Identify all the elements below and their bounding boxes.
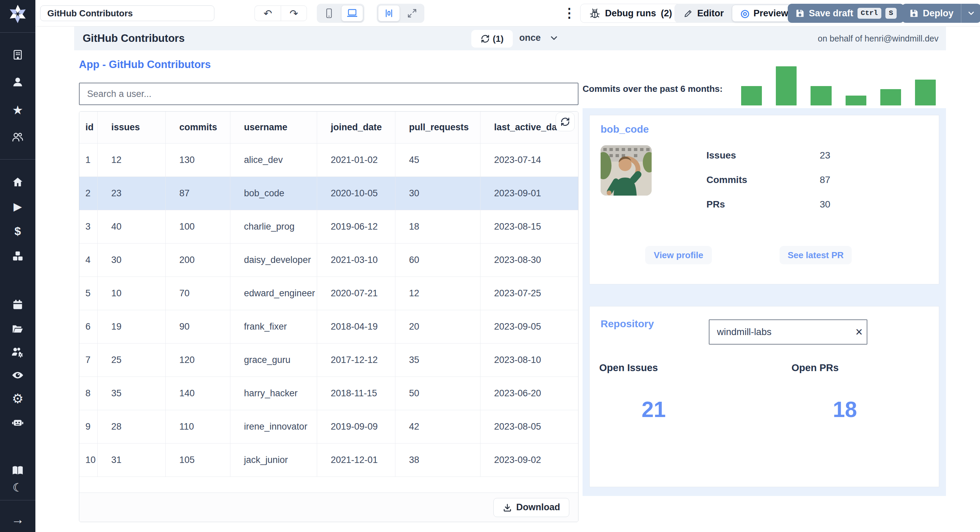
save-draft-button[interactable]: Save draft Ctrl S xyxy=(788,4,904,23)
mobile-icon xyxy=(324,8,334,19)
sidebar-item-variables[interactable]: $ xyxy=(14,225,21,237)
download-button[interactable]: Download xyxy=(493,498,569,517)
moon-icon: ☾ xyxy=(13,482,23,493)
debug-runs-count: (2) xyxy=(661,8,672,19)
table-row[interactable]: 112130alice_dev2021-01-02452023-07-14 xyxy=(79,143,578,176)
table-row[interactable]: 340100charlie_prog2019-06-12182023-08-15 xyxy=(79,210,578,243)
table-cell: jack_junior xyxy=(230,443,317,476)
see-latest-pr-button[interactable]: See latest PR xyxy=(780,246,852,264)
sidebar-item-audit[interactable] xyxy=(11,370,24,381)
sidebar-item-ai[interactable] xyxy=(11,417,24,428)
app-refresh-button[interactable]: (1) xyxy=(471,30,513,48)
avatar xyxy=(601,145,652,195)
sidebar-item-user[interactable] xyxy=(12,76,24,88)
table-cell: 25 xyxy=(97,343,165,376)
table-cell: 2018-04-19 xyxy=(317,310,395,343)
table-cell: 130 xyxy=(165,143,230,176)
sidebar-item-groups[interactable] xyxy=(11,131,24,143)
commits-bar-chart xyxy=(741,66,936,105)
device-toggle xyxy=(317,4,364,23)
open-issues-value: 21 xyxy=(634,397,673,422)
table-row[interactable]: 22387bob_code2020-10-05302023-09-01 xyxy=(79,176,578,210)
redo-button[interactable]: ↷ xyxy=(281,5,307,21)
column-header: username xyxy=(230,111,317,143)
mobile-view-button[interactable] xyxy=(318,5,340,21)
editor-mode-button[interactable]: Editor xyxy=(675,5,732,22)
desktop-view-button[interactable] xyxy=(341,5,363,21)
table-row[interactable]: 61990frank_fixer2018-04-19202023-09-05 xyxy=(79,310,578,343)
table-cell: 18 xyxy=(395,210,480,243)
dollar-icon: $ xyxy=(14,225,21,237)
table-cell: 42 xyxy=(395,410,480,443)
search-input[interactable] xyxy=(79,83,579,105)
undo-button[interactable]: ↶ xyxy=(255,5,281,21)
deploy-button[interactable]: Deploy xyxy=(902,8,961,19)
user-card-title: bob_code xyxy=(601,124,649,135)
table-cell: 2023-07-25 xyxy=(480,277,578,310)
home-icon xyxy=(12,176,24,188)
sidebar-item-workers[interactable] xyxy=(11,346,24,358)
table-row[interactable]: 430200daisy_developer2021-03-10602023-08… xyxy=(79,243,578,276)
play-icon: ▶ xyxy=(14,201,22,212)
table-cell: 87 xyxy=(165,177,230,210)
deploy-dropdown-button[interactable] xyxy=(961,4,980,23)
table-cell: 2019-09-09 xyxy=(317,410,395,443)
table-row[interactable]: 725120grace_guru2017-12-12352023-08-10 xyxy=(79,343,578,376)
sidebar-item-docs[interactable] xyxy=(11,465,24,476)
column-header: id xyxy=(79,111,97,143)
stat-value: 87 xyxy=(820,175,830,186)
sidebar-item-favorites[interactable]: ★ xyxy=(12,104,23,116)
table-refresh-button[interactable] xyxy=(556,112,575,131)
sidebar-item-home[interactable] xyxy=(12,176,24,188)
layout-toggle xyxy=(377,4,424,23)
app-title-input[interactable] xyxy=(40,5,215,21)
preview-eye-icon: ◎ xyxy=(740,8,749,18)
stat-value: 23 xyxy=(820,150,830,161)
debug-runs-button[interactable]: Debug runs (2) xyxy=(580,4,681,23)
table-row[interactable]: 51070edward_engineer2020-07-21122023-07-… xyxy=(79,276,578,310)
table-cell: 2023-09-02 xyxy=(480,443,578,476)
sidebar-collapse-toggle[interactable]: → xyxy=(11,513,24,526)
table-row[interactable]: 1031105jack_junior2021-12-01382023-09-02 xyxy=(79,443,578,476)
stat-label: PRs xyxy=(706,199,725,210)
clear-input-icon[interactable]: × xyxy=(856,326,862,338)
app-header-title: GitHub Contributors xyxy=(83,32,185,44)
table-cell: 2021-12-01 xyxy=(317,443,395,476)
center-panels-button[interactable] xyxy=(378,5,400,21)
stat-label: Issues xyxy=(706,150,736,161)
table-cell: 4 xyxy=(79,243,97,276)
sidebar-item-schedules[interactable] xyxy=(12,299,24,311)
view-profile-button[interactable]: View profile xyxy=(645,246,712,264)
table-row[interactable]: 835140harry_hacker2018-11-15502023-06-20 xyxy=(79,376,578,410)
sidebar-item-workspace[interactable] xyxy=(12,49,24,60)
table-cell: 2 xyxy=(79,177,97,210)
contributors-table: idissuescommitsusernamejoined_datepull_r… xyxy=(79,111,579,522)
more-menu-button[interactable]: ⋮ xyxy=(559,6,579,20)
sidebar-item-folders[interactable] xyxy=(11,323,24,334)
table-cell: 31 xyxy=(97,443,165,476)
schedule-dropdown[interactable]: once xyxy=(519,33,559,43)
fullscreen-button[interactable] xyxy=(401,5,423,21)
table-cell: 2019-06-12 xyxy=(317,210,395,243)
table-cell: 2021-03-10 xyxy=(317,243,395,276)
eye-icon xyxy=(11,370,24,381)
table-cell: 2017-12-12 xyxy=(317,343,395,376)
download-label: Download xyxy=(516,502,560,513)
sidebar-item-runs[interactable]: ▶ xyxy=(14,201,22,212)
table-footer: Download xyxy=(79,492,578,522)
page-title: App - GitHub Contributors xyxy=(79,59,211,71)
table-cell: 105 xyxy=(165,443,230,476)
sidebar-item-settings[interactable]: ⚙ xyxy=(12,392,24,405)
chevron-down-icon xyxy=(549,33,559,43)
repository-input[interactable] xyxy=(709,319,867,345)
repository-card-title: Repository xyxy=(601,318,654,330)
users-group-icon xyxy=(11,131,24,143)
sidebar-item-theme[interactable]: ☾ xyxy=(13,482,23,493)
pencil-icon xyxy=(684,8,693,18)
commit-bar xyxy=(915,79,936,105)
expand-icon xyxy=(407,8,417,19)
preview-mode-button[interactable]: ◎ Preview xyxy=(732,5,797,22)
table-row[interactable]: 928110irene_innovator2019-09-09422023-08… xyxy=(79,410,578,443)
sidebar-item-resources[interactable] xyxy=(11,250,24,262)
windmill-logo[interactable] xyxy=(8,4,27,23)
